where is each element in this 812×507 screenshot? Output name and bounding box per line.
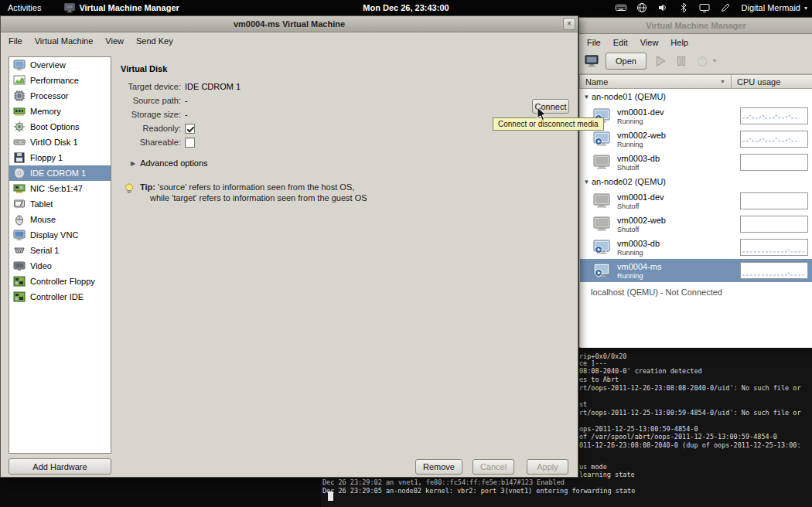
terminal-line: Dec 26 23:29:02 an bbox=[322, 478, 394, 486]
advanced-options-expander[interactable]: ▶ Advanced options bbox=[131, 158, 550, 168]
pen-icon[interactable] bbox=[720, 2, 731, 13]
vm-details-dialog: vm0004-ms Virtual Machine × FileVirtual … bbox=[0, 15, 578, 478]
gnome-top-bar: Activities Virtual Machine Manager Mon D… bbox=[0, 0, 812, 15]
hardware-item-controller-ide[interactable]: Controller IDE bbox=[9, 289, 111, 305]
processor-icon bbox=[13, 90, 26, 102]
terminal-line: us mode bbox=[579, 463, 607, 471]
vm-row-vm0001-dev[interactable]: vm0001-devRunning bbox=[580, 104, 812, 128]
cancel-button[interactable]: Cancel bbox=[473, 459, 514, 475]
shutdown-vm-icon[interactable] bbox=[695, 54, 709, 68]
dialog-titlebar[interactable]: vm0004-ms Virtual Machine × bbox=[1, 16, 578, 32]
host-row[interactable]: ▼an-node01 (QEMU) bbox=[580, 89, 812, 104]
dialog-menu-virtual-machine[interactable]: Virtual Machine bbox=[29, 35, 100, 47]
open-button[interactable]: Open bbox=[606, 53, 647, 70]
memory-icon bbox=[13, 105, 26, 117]
vm-name: vm0001-dev bbox=[617, 192, 664, 202]
run-vm-icon[interactable] bbox=[653, 54, 667, 68]
expander-icon[interactable]: ▼ bbox=[582, 94, 592, 100]
controller-icon bbox=[13, 275, 26, 288]
bluetooth-icon[interactable] bbox=[678, 2, 689, 13]
hardware-item-overview[interactable]: Overview bbox=[9, 57, 111, 73]
hardware-item-memory[interactable]: Memory bbox=[9, 104, 111, 119]
cpu-usage-sparkline bbox=[740, 262, 808, 279]
serial-icon bbox=[13, 244, 26, 257]
tooltip: Connect or disconnect media bbox=[493, 117, 604, 131]
vmm-menu-edit[interactable]: Edit bbox=[607, 36, 634, 49]
expander-icon[interactable]: ▼ bbox=[582, 179, 592, 185]
hardware-item-floppy-1[interactable]: Floppy 1 bbox=[9, 150, 111, 165]
expander-triangle-icon: ▶ bbox=[131, 160, 135, 167]
field-row: Shareable: bbox=[117, 135, 550, 149]
vm-row-vm0002-web[interactable]: vm0002-webShutoff bbox=[580, 213, 812, 236]
field-label: Source path: bbox=[117, 96, 181, 105]
activities-button[interactable]: Activities bbox=[8, 3, 41, 12]
shutdown-menu-caret-icon[interactable]: ▾ bbox=[713, 57, 716, 64]
hardware-item-label: Processor bbox=[30, 91, 69, 100]
display-icon[interactable] bbox=[699, 2, 710, 13]
vm-row-vm0002-web[interactable]: vm0002-webRunning bbox=[580, 128, 812, 151]
hardware-item-processor[interactable]: Processor bbox=[9, 88, 111, 104]
vmm-menu-help[interactable]: Help bbox=[664, 36, 694, 49]
terminal-line: 011-12-26-23:08:08-2040-0 (dup of oops-2… bbox=[579, 441, 801, 449]
vmm-title: Virtual Machine Manager bbox=[646, 21, 745, 30]
hardware-item-virtio-disk-1[interactable]: VirtIO Disk 1 bbox=[9, 134, 111, 150]
host-label: an-node01 (QEMU) bbox=[592, 92, 666, 101]
hardware-item-nic-5e-b1-47[interactable]: NIC :5e:b1:47 bbox=[9, 181, 111, 196]
hardware-item-label: Display VNC bbox=[30, 230, 78, 240]
hardware-item-serial-1[interactable]: Serial 1 bbox=[9, 243, 111, 258]
tip-note: Tip: 'source' refers to information seen… bbox=[117, 182, 550, 203]
keyboard-icon[interactable] bbox=[616, 2, 626, 13]
dialog-menu-file[interactable]: File bbox=[2, 35, 29, 47]
hardware-item-video[interactable]: Video bbox=[9, 258, 111, 274]
vm-row-vm0003-db[interactable]: vm0003-dbRunning bbox=[580, 236, 812, 259]
new-vm-icon[interactable] bbox=[585, 54, 599, 68]
clock[interactable]: Mon Dec 26, 23:43:00 bbox=[363, 3, 449, 12]
add-hardware-button[interactable]: Add Hardware bbox=[9, 458, 111, 475]
terminal-line: ops-2011-12-25-13:00:59-4854-0 bbox=[579, 425, 698, 433]
sort-arrow-icon: ▼ bbox=[720, 79, 725, 84]
hardware-item-label: VirtIO Disk 1 bbox=[30, 138, 78, 147]
hardware-item-tablet[interactable]: Tablet bbox=[9, 196, 111, 212]
hardware-item-performance[interactable]: Performance bbox=[9, 73, 111, 88]
host-row[interactable]: ▼an-node02 (QEMU) bbox=[580, 174, 812, 189]
focused-window-button[interactable]: Virtual Machine Manager bbox=[64, 2, 179, 13]
vmm-menu-file[interactable]: File bbox=[581, 36, 607, 49]
vm-running-icon bbox=[592, 263, 611, 278]
name-column-header[interactable]: Name ▼ bbox=[579, 74, 732, 89]
hardware-item-ide-cdrom-1[interactable]: IDE CDROM 1 bbox=[9, 165, 111, 181]
host-label: an-node02 (QEMU) bbox=[592, 177, 666, 186]
remove-button[interactable]: Remove bbox=[415, 459, 462, 475]
host-row-disconnected[interactable]: localhost (QEMU) - Not Connected bbox=[580, 286, 812, 298]
pause-vm-icon[interactable] bbox=[674, 54, 688, 68]
cpu-usage-sparkline bbox=[740, 154, 808, 171]
hardware-item-boot-options[interactable]: Boot Options bbox=[9, 119, 111, 134]
hardware-item-label: Video bbox=[30, 261, 52, 271]
details-panel: Virtual Disk Target device:IDE CDROM 1So… bbox=[117, 64, 550, 203]
hardware-item-mouse[interactable]: Mouse bbox=[9, 212, 111, 227]
volume-icon[interactable] bbox=[657, 2, 668, 13]
readonly-checkbox[interactable] bbox=[185, 124, 195, 134]
dialog-menubar: FileVirtual MachineViewSend Key bbox=[1, 32, 578, 49]
hardware-item-display-vnc[interactable]: Display VNC bbox=[9, 227, 111, 243]
hardware-item-controller-floppy[interactable]: Controller Floppy bbox=[9, 274, 111, 289]
apply-button[interactable]: Apply bbox=[527, 459, 568, 475]
shareable-checkbox[interactable] bbox=[185, 138, 195, 148]
vm-status: Running bbox=[617, 117, 643, 125]
terminal-line: of /var/spool/abrt/oops-2011-12-25-13:00… bbox=[579, 433, 777, 441]
desktop: rip+0x0/0x20ce ]---08:08-2040-0' creatio… bbox=[0, 0, 812, 507]
user-menu[interactable]: Digital Mermaid ▾ bbox=[742, 3, 807, 12]
dialog-menu-view[interactable]: View bbox=[99, 35, 130, 47]
vm-row-vm0004-ms[interactable]: vm0004-msRunning bbox=[580, 259, 812, 282]
display-icon bbox=[13, 229, 26, 241]
cpu-column-header[interactable]: CPU usage bbox=[732, 74, 812, 89]
network-icon[interactable] bbox=[636, 2, 647, 13]
close-button[interactable]: × bbox=[563, 18, 575, 30]
terminal-line: Dec 26 23:29:05 an-node02 kernel: vbr2: … bbox=[322, 487, 635, 495]
dialog-menu-send-key[interactable]: Send Key bbox=[130, 35, 179, 47]
vmm-menu-view[interactable]: View bbox=[634, 36, 665, 49]
terminal-line: rt/oops-2011-12-25-13:00:59-4854-0/uid':… bbox=[579, 409, 801, 417]
vm-row-vm0001-dev[interactable]: vm0001-devShutoff bbox=[580, 189, 812, 213]
vm-row-vm0003-db[interactable]: vm0003-dbShutoff bbox=[580, 151, 812, 174]
hardware-item-label: Controller Floppy bbox=[30, 277, 95, 286]
vmm-titlebar[interactable]: Virtual Machine Manager bbox=[579, 18, 812, 34]
